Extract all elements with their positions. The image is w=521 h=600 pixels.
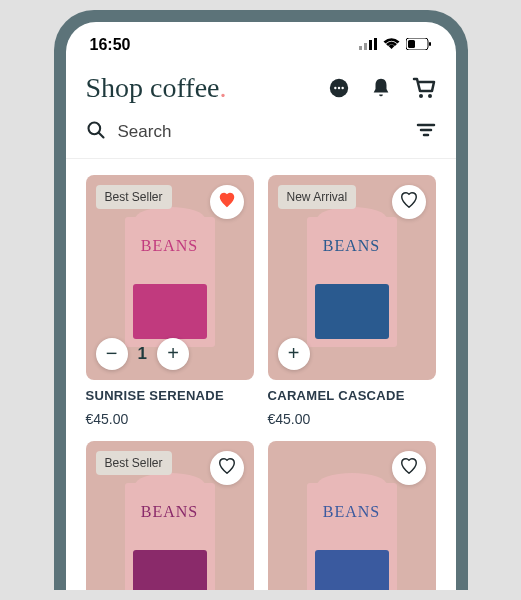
product-badge: Best Seller — [96, 185, 172, 209]
add-button[interactable]: + — [278, 338, 310, 370]
bag-graphic: BEANS — [125, 217, 215, 347]
bag-label: BEANS — [125, 217, 215, 255]
svg-point-11 — [419, 94, 423, 98]
svg-point-8 — [334, 87, 336, 89]
svg-rect-2 — [369, 40, 372, 50]
wifi-icon — [383, 36, 400, 54]
product-image: BEANS New Arrival + — [268, 175, 436, 380]
status-bar: 16:50 — [66, 22, 456, 62]
screen: 16:50 Shop coffee. — [66, 22, 456, 590]
bag-art — [133, 284, 207, 339]
favorite-button[interactable] — [210, 185, 244, 219]
heart-icon — [218, 192, 236, 212]
product-name: CARAMEL CASCADE — [268, 388, 436, 403]
bag-art — [133, 550, 207, 590]
heart-icon — [218, 458, 236, 478]
bag-art — [315, 550, 389, 590]
quantity-controls: − 1 + — [96, 338, 189, 370]
bag-label: BEANS — [125, 483, 215, 521]
product-card[interactable]: BEANS Best Seller − 1 + SUNR — [86, 175, 254, 427]
svg-rect-6 — [429, 42, 431, 46]
quantity-value: 1 — [138, 344, 147, 364]
status-indicators — [359, 36, 432, 54]
svg-point-10 — [341, 87, 343, 89]
product-grid: BEANS Best Seller − 1 + SUNR — [66, 159, 456, 590]
bell-icon[interactable] — [370, 77, 392, 99]
product-name: SUNRISE SERENADE — [86, 388, 254, 403]
search-input[interactable] — [118, 122, 330, 142]
header-actions — [328, 77, 436, 99]
heart-icon — [400, 458, 418, 478]
product-image: BEANS Best Seller − 1 + — [86, 175, 254, 380]
title-dot: . — [220, 72, 227, 103]
bag-graphic: BEANS — [307, 217, 397, 347]
svg-rect-1 — [364, 43, 367, 50]
product-badge: Best Seller — [96, 451, 172, 475]
bag-graphic: BEANS — [125, 483, 215, 590]
favorite-button[interactable] — [392, 185, 426, 219]
increment-button[interactable]: + — [157, 338, 189, 370]
bag-label: BEANS — [307, 483, 397, 521]
svg-rect-3 — [374, 38, 377, 50]
search-icon — [86, 120, 106, 144]
phone-frame: 16:50 Shop coffee. — [54, 10, 468, 590]
svg-rect-5 — [408, 40, 415, 48]
bag-art — [315, 284, 389, 339]
product-card[interactable]: BEANS — [268, 441, 436, 590]
heart-icon — [400, 192, 418, 212]
search-box[interactable] — [86, 120, 330, 144]
page-title: Shop coffee. — [86, 72, 227, 104]
svg-point-9 — [337, 87, 339, 89]
product-price: €45.00 — [86, 411, 254, 427]
chat-icon[interactable] — [328, 77, 350, 99]
title-text: Shop coffee — [86, 72, 220, 103]
filter-icon[interactable] — [416, 122, 436, 142]
svg-line-14 — [98, 133, 103, 138]
svg-rect-0 — [359, 46, 362, 50]
product-badge: New Arrival — [278, 185, 357, 209]
page-header: Shop coffee. — [66, 62, 456, 114]
add-control: + — [278, 338, 310, 370]
svg-point-12 — [428, 94, 432, 98]
favorite-button[interactable] — [392, 451, 426, 485]
battery-icon — [406, 36, 432, 54]
search-row — [66, 114, 456, 159]
product-image: BEANS — [268, 441, 436, 590]
product-card[interactable]: BEANS New Arrival + CARAMEL CASCADE €45.… — [268, 175, 436, 427]
product-price: €45.00 — [268, 411, 436, 427]
bag-graphic: BEANS — [307, 483, 397, 590]
decrement-button[interactable]: − — [96, 338, 128, 370]
favorite-button[interactable] — [210, 451, 244, 485]
signal-icon — [359, 36, 377, 54]
product-card[interactable]: BEANS Best Seller — [86, 441, 254, 590]
status-time: 16:50 — [90, 36, 131, 54]
product-image: BEANS Best Seller — [86, 441, 254, 590]
bag-label: BEANS — [307, 217, 397, 255]
cart-icon[interactable] — [412, 77, 436, 99]
